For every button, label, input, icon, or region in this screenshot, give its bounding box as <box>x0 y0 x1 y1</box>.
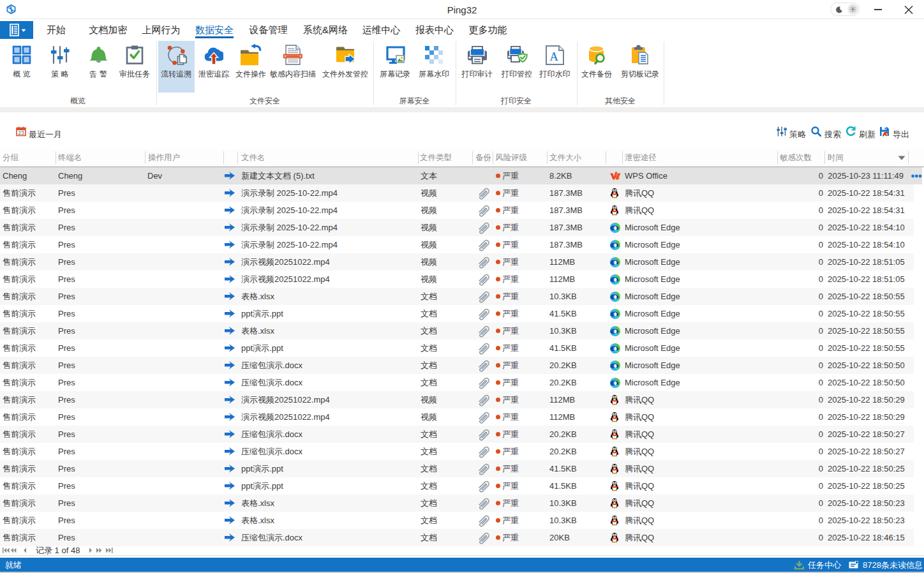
svg-text:A: A <box>549 50 558 63</box>
svg-text:23: 23 <box>18 130 24 136</box>
